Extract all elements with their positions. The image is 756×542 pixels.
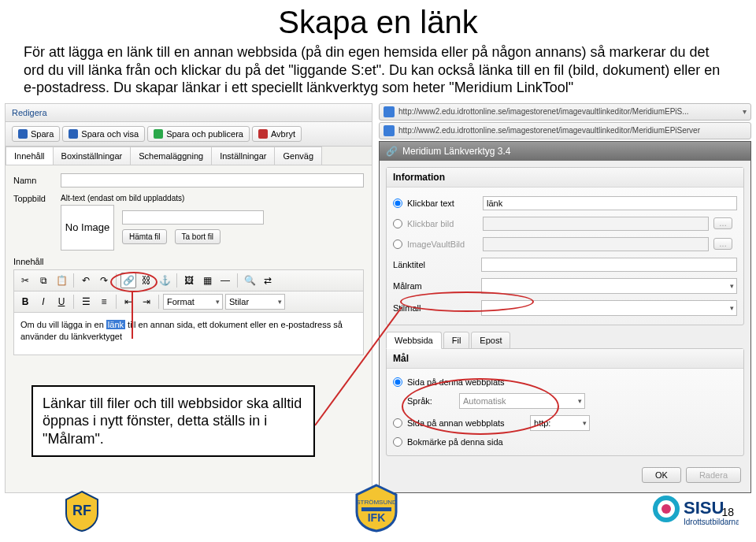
- namn-label: Namn: [13, 176, 61, 185]
- hr-icon[interactable]: —: [217, 273, 233, 288]
- toppbild-label: Toppbild: [13, 194, 61, 203]
- ul-icon[interactable]: ☰: [78, 294, 94, 310]
- highlight-oval-link-icon: [110, 272, 158, 292]
- disk-icon: [69, 129, 78, 139]
- cut-icon[interactable]: ✂: [17, 273, 33, 288]
- rte-toolbar-2: B I U ☰ ≡ ⇤ ⇥ Format Stilar: [13, 291, 364, 313]
- remove-file-button[interactable]: Ta bort fil: [175, 229, 221, 244]
- tab-inst[interactable]: Inställningar: [211, 147, 275, 165]
- lanktitel-input[interactable]: [481, 258, 737, 272]
- page-title: Skapa en länk: [0, 5, 756, 40]
- svg-text:SISU: SISU: [684, 498, 724, 518]
- rte-toolbar-1: ✂ ⧉ 📋 ↶ ↷ 🔗 ⛓ ⚓ 🖼 ▦ — 🔍 ⇄: [13, 269, 364, 291]
- ie-icon: [384, 106, 395, 117]
- browse-icon[interactable]: …: [713, 238, 732, 250]
- bold-icon[interactable]: B: [17, 294, 33, 310]
- radio-sida-denna[interactable]: [393, 377, 402, 387]
- ol-icon[interactable]: ≡: [96, 294, 112, 310]
- rte-body[interactable]: Om du vill lägga in en länk till en anna…: [13, 313, 364, 355]
- alt-input[interactable]: [122, 210, 264, 225]
- replace-icon[interactable]: ⇄: [260, 273, 276, 288]
- tab-epost[interactable]: Epost: [471, 332, 510, 349]
- editor-tabs: Innehåll Boxinställningar Schemaläggning…: [6, 147, 372, 165]
- highlight-oval-malram: [400, 291, 534, 312]
- styles-dropdown[interactable]: Stilar: [225, 294, 285, 310]
- info-heading: Information: [387, 168, 743, 187]
- address-bar-1: http://www2.edu.idrottonline.se/imagesto…: [379, 103, 751, 121]
- intro-text: För att lägga en länk till en annan webb…: [0, 43, 756, 103]
- innehall-label: Innehåll: [13, 257, 364, 266]
- image-icon[interactable]: 🖼: [181, 273, 197, 288]
- tab-genvag[interactable]: Genväg: [274, 147, 322, 165]
- format-dropdown[interactable]: Format: [163, 294, 223, 310]
- namn-input[interactable]: [61, 173, 364, 187]
- copy-icon[interactable]: ⧉: [35, 273, 51, 288]
- no-image-placeholder: No Image: [61, 205, 114, 251]
- malram-label: Målram: [393, 281, 476, 291]
- tab-schema[interactable]: Schemaläggning: [130, 147, 212, 165]
- radio-bokmarke[interactable]: [393, 437, 402, 447]
- selected-text: länk: [106, 320, 125, 329]
- indent-icon[interactable]: ⇥: [139, 294, 154, 310]
- italic-icon[interactable]: I: [35, 294, 51, 310]
- address-bar-2: http://www2.edu.idrottonline.se/imagesto…: [379, 122, 751, 139]
- dropdown-icon[interactable]: ▾: [743, 107, 747, 116]
- find-icon[interactable]: 🔍: [242, 273, 258, 288]
- meridium-title: 🔗 Meridium Länkverktyg 3.4: [380, 142, 750, 161]
- redo-icon[interactable]: ↷: [96, 273, 112, 288]
- svg-text:IFK: IFK: [368, 511, 386, 524]
- malram-select[interactable]: [481, 278, 737, 294]
- svg-text:STRÖMSUND: STRÖMSUND: [356, 499, 397, 506]
- radio-klickbar-bild[interactable]: [393, 219, 402, 228]
- callout-box: Länkar till filer och till webbsidor ska…: [32, 385, 315, 458]
- save-publish-button[interactable]: Spara och publicera: [147, 126, 250, 142]
- outdent-icon[interactable]: ⇤: [120, 294, 136, 310]
- undo-icon[interactable]: ↶: [78, 273, 94, 288]
- radio-klickbar-text[interactable]: [393, 199, 402, 208]
- cancel-icon: [258, 129, 268, 139]
- radio-sida-annan[interactable]: [393, 418, 402, 428]
- klickbar-text-input[interactable]: [483, 196, 737, 210]
- mal-heading: Mål: [387, 349, 743, 369]
- tab-fil[interactable]: Fil: [443, 332, 470, 349]
- cancel-button[interactable]: Avbryt: [252, 126, 302, 142]
- lanktitel-label: Länktitel: [393, 260, 476, 269]
- paste-icon[interactable]: 📋: [54, 273, 69, 288]
- tab-webbsida[interactable]: Webbsida: [386, 332, 442, 349]
- save-button[interactable]: Spara: [12, 126, 60, 142]
- table-icon[interactable]: ▦: [199, 273, 215, 288]
- publish-icon: [154, 129, 163, 139]
- underline-icon[interactable]: U: [54, 294, 69, 310]
- redigera-label: Redigera: [12, 108, 47, 117]
- page-icon: [384, 125, 395, 136]
- disk-icon: [18, 129, 28, 139]
- save-view-button[interactable]: Spara och visa: [62, 126, 145, 142]
- svg-point-7: [662, 504, 671, 514]
- radio-imagevault[interactable]: [393, 239, 402, 249]
- svg-text:RF: RF: [72, 503, 91, 518]
- highlight-oval-mal: [402, 378, 559, 435]
- footer-logos: RF STRÖMSUNDIFK SISUIdrottsutbildarna: [0, 479, 756, 542]
- fetch-file-button[interactable]: Hämta fil: [122, 229, 167, 244]
- link-icon: 🔗: [386, 146, 398, 157]
- anchor-icon[interactable]: ⚓: [157, 273, 172, 288]
- svg-text:Idrottsutbildarna: Idrottsutbildarna: [684, 518, 739, 526]
- browse-icon[interactable]: …: [713, 217, 732, 229]
- ifk-logo: STRÖMSUNDIFK: [354, 484, 399, 536]
- alt-label: Alt-text (endast om bild uppladdats): [61, 194, 364, 202]
- tab-box[interactable]: Boxinställningar: [53, 147, 132, 165]
- page-number: 18: [721, 506, 734, 518]
- tab-innehall[interactable]: Innehåll: [6, 147, 54, 165]
- rf-logo: RF: [63, 490, 101, 536]
